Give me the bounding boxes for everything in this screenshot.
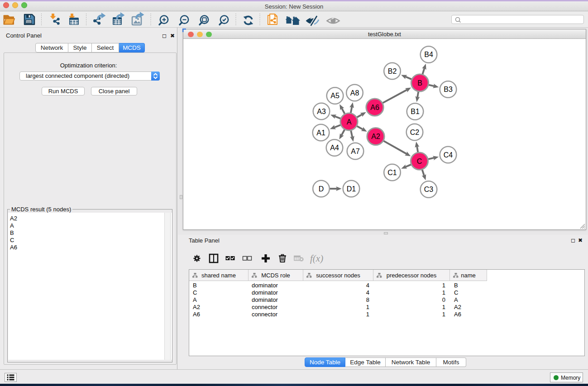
svg-text:A2: A2 xyxy=(371,133,380,140)
svg-text:f(x): f(x) xyxy=(310,253,323,264)
svg-text:B2: B2 xyxy=(388,67,397,75)
svg-text:A3: A3 xyxy=(317,108,326,115)
svg-text:C3: C3 xyxy=(424,186,434,193)
svg-text:C4: C4 xyxy=(444,151,453,159)
svg-text:B: B xyxy=(417,79,422,87)
svg-text:A8: A8 xyxy=(350,89,359,97)
svg-text:A: A xyxy=(347,118,352,126)
svg-text:A7: A7 xyxy=(351,148,360,155)
svg-text:A5: A5 xyxy=(330,92,339,100)
svg-text:B3: B3 xyxy=(444,86,453,93)
svg-text:A1: A1 xyxy=(316,129,325,137)
svg-text:C1: C1 xyxy=(387,169,397,176)
svg-text:A4: A4 xyxy=(330,144,339,152)
svg-text:C: C xyxy=(417,157,422,165)
svg-text:C2: C2 xyxy=(410,129,420,136)
svg-text:B4: B4 xyxy=(424,51,433,58)
svg-text:D1: D1 xyxy=(347,185,356,193)
svg-text:B1: B1 xyxy=(411,108,420,115)
svg-text:A6: A6 xyxy=(370,104,379,111)
svg-text:D: D xyxy=(319,185,324,193)
